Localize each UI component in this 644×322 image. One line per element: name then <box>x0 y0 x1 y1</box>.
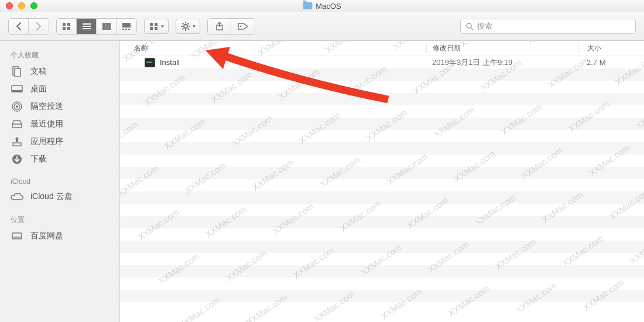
minimize-button[interactable] <box>18 2 25 9</box>
sidebar-header-icloud: iCloud <box>0 174 119 188</box>
svg-rect-32 <box>15 68 20 77</box>
svg-point-35 <box>16 105 18 108</box>
sidebar-item-icloud-drive[interactable]: iCloud 云盘 <box>0 188 119 205</box>
folder-icon <box>303 2 312 9</box>
sidebar-item-label: 应用程序 <box>30 136 63 147</box>
chevron-down-icon: ▾ <box>193 23 196 29</box>
column-view-button[interactable] <box>97 19 117 34</box>
svg-rect-38 <box>12 124 22 128</box>
svg-line-26 <box>182 28 183 29</box>
svg-rect-16 <box>150 27 153 30</box>
share-icon <box>215 22 224 31</box>
svg-point-29 <box>467 23 471 28</box>
tags-button[interactable] <box>231 19 255 34</box>
sidebar-item-baidu-netdisk[interactable]: 百度网盘 <box>0 227 119 245</box>
document-icon <box>11 66 23 77</box>
column-header-name[interactable]: 名称 <box>120 43 426 53</box>
apps-icon <box>11 136 23 147</box>
svg-rect-41 <box>12 233 22 239</box>
svg-rect-12 <box>125 29 127 30</box>
svg-rect-6 <box>83 28 91 29</box>
list-view-button[interactable] <box>77 19 97 34</box>
svg-line-23 <box>182 23 183 24</box>
sidebar-item-label: 文稿 <box>30 66 47 77</box>
back-button[interactable] <box>9 19 29 34</box>
sidebar: 个人收藏 文稿 桌面 隔空投送 最近使用 应用程序 下载 iCloud iC <box>0 41 120 322</box>
file-name: Install <box>160 58 180 67</box>
svg-rect-7 <box>102 23 105 30</box>
sidebar-item-desktop[interactable]: 桌面 <box>0 80 119 98</box>
window-title: MacOS <box>303 2 341 11</box>
gallery-icon <box>122 22 131 30</box>
nav-group <box>8 18 49 35</box>
titlebar: MacOS <box>0 0 644 12</box>
recents-icon <box>11 119 23 129</box>
share-button[interactable] <box>208 19 231 34</box>
window-title-text: MacOS <box>316 2 341 11</box>
svg-line-30 <box>471 28 473 30</box>
chevron-left-icon <box>15 22 22 30</box>
sidebar-item-recents[interactable]: 最近使用 <box>0 115 119 133</box>
sidebar-item-applications[interactable]: 应用程序 <box>0 133 119 150</box>
window-controls <box>6 2 37 9</box>
sidebar-item-label: 桌面 <box>30 84 47 94</box>
sidebar-item-label: 下载 <box>30 154 47 165</box>
icon-view-button[interactable] <box>57 19 77 34</box>
svg-rect-5 <box>83 26 91 27</box>
forward-button[interactable] <box>29 19 49 34</box>
icloud-icon <box>11 191 23 202</box>
sidebar-item-downloads[interactable]: 下载 <box>0 150 119 168</box>
disk-icon <box>11 231 23 241</box>
svg-point-18 <box>184 25 187 28</box>
svg-rect-14 <box>150 23 153 26</box>
list-icon <box>82 22 91 30</box>
svg-rect-13 <box>128 29 130 30</box>
zoom-button[interactable] <box>30 2 37 9</box>
sidebar-item-label: 百度网盘 <box>30 231 63 241</box>
gear-icon <box>181 22 190 31</box>
sidebar-item-label: 最近使用 <box>30 119 63 129</box>
svg-rect-8 <box>105 23 108 30</box>
executable-icon <box>145 58 155 67</box>
svg-line-24 <box>187 28 189 29</box>
file-row[interactable]: Install 2019年3月1日 上午9:19 2.7 M <box>120 56 644 68</box>
file-list: 名称 修改日期 大小 Install 2019年3月1日 上午9:19 2.7 … <box>120 41 644 322</box>
sidebar-header-locations: 位置 <box>0 211 119 227</box>
view-group <box>56 18 137 35</box>
sidebar-item-airdrop[interactable]: 隔空投送 <box>0 98 119 115</box>
arrange-button[interactable]: ▾ <box>144 19 169 34</box>
svg-rect-11 <box>122 29 124 30</box>
file-rows: Install 2019年3月1日 上午9:19 2.7 M <box>120 56 644 314</box>
svg-rect-4 <box>83 23 91 25</box>
svg-rect-17 <box>155 27 157 30</box>
svg-rect-2 <box>63 27 66 30</box>
airdrop-icon <box>11 101 23 112</box>
svg-rect-9 <box>108 23 111 30</box>
share-group <box>207 18 255 35</box>
svg-line-25 <box>187 23 189 24</box>
column-header-row: 名称 修改日期 大小 <box>120 41 644 56</box>
file-size: 2.7 M <box>578 58 644 67</box>
desktop-icon <box>11 84 23 94</box>
search-icon <box>465 22 474 30</box>
sidebar-header-favorites: 个人收藏 <box>0 47 119 63</box>
svg-rect-1 <box>67 23 70 26</box>
sidebar-item-documents[interactable]: 文稿 <box>0 63 119 80</box>
svg-rect-34 <box>12 90 22 92</box>
action-button[interactable]: ▾ <box>176 19 200 34</box>
svg-rect-0 <box>63 23 66 26</box>
search-input[interactable]: 搜索 <box>460 19 636 34</box>
close-button[interactable] <box>6 2 13 9</box>
toolbar: ▾ ▾ 搜索 <box>0 12 644 41</box>
gallery-view-button[interactable] <box>117 19 136 34</box>
columns-icon <box>102 22 111 30</box>
sidebar-item-label: 隔空投送 <box>30 101 63 112</box>
sidebar-item-label: iCloud 云盘 <box>30 191 73 202</box>
file-modified: 2019年3月1日 上午9:19 <box>426 57 578 68</box>
column-header-size[interactable]: 大小 <box>578 43 644 53</box>
column-header-modified[interactable]: 修改日期 <box>426 43 578 53</box>
svg-point-28 <box>240 25 242 27</box>
svg-rect-3 <box>67 27 70 30</box>
svg-rect-10 <box>122 23 131 28</box>
chevron-right-icon <box>35 22 42 30</box>
